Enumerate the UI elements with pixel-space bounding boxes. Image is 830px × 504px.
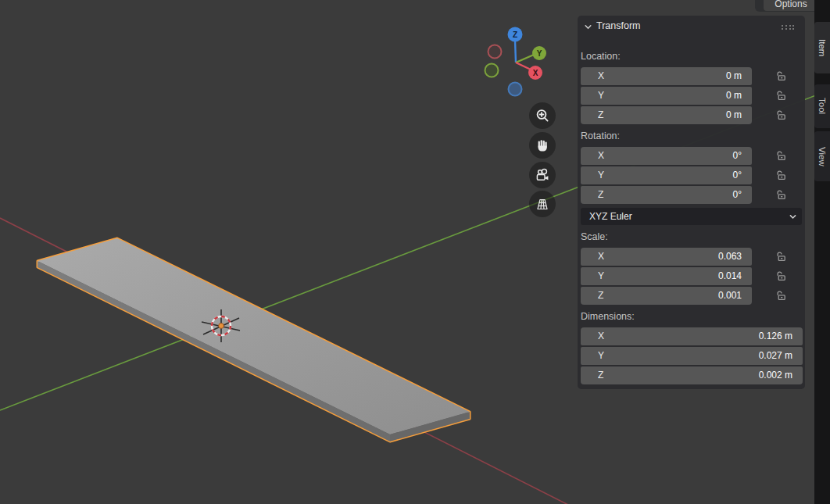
slab-top-face xyxy=(38,238,470,434)
transform-panel-header[interactable]: Transform xyxy=(578,16,805,36)
rotation-y-field[interactable]: Y 0° xyxy=(581,166,752,184)
sidebar-tab-item[interactable]: Item xyxy=(814,22,830,73)
gizmo-y-label: Y xyxy=(537,49,542,58)
scale-z-field[interactable]: Z 0.001 xyxy=(581,287,752,305)
gizmo-axis-x-positive[interactable]: X xyxy=(528,66,542,80)
rotation-z-field[interactable]: Z 0° xyxy=(581,186,752,204)
scale-y-field[interactable]: Y 0.014 xyxy=(581,267,752,285)
tab-label: Tool xyxy=(817,98,827,114)
gizmo-x-label: X xyxy=(533,69,538,77)
field-value: 0.126 m xyxy=(759,327,792,345)
location-section-label: Location: xyxy=(581,51,621,62)
magnifier-icon xyxy=(535,108,550,123)
field-value: 0 m xyxy=(726,87,742,105)
panel-expand-chevron-icon[interactable] xyxy=(584,23,592,31)
field-value: 0° xyxy=(733,186,742,204)
scale-z-lock-icon[interactable] xyxy=(774,287,788,305)
field-axis-label: Y xyxy=(598,267,604,285)
dimensions-x-field[interactable]: X 0.126 m xyxy=(581,327,803,345)
location-z-field[interactable]: Z 0 m xyxy=(581,106,752,124)
gizmo-z-label: Z xyxy=(513,30,517,39)
panel-title: Transform xyxy=(596,20,641,31)
rotation-x-field[interactable]: X 0° xyxy=(581,147,752,165)
gizmo-axis-z-negative[interactable] xyxy=(509,83,522,96)
location-x-field[interactable]: X 0 m xyxy=(581,67,752,85)
gizmo-axis-z-positive[interactable]: Z xyxy=(508,27,523,42)
field-axis-label: X xyxy=(598,327,604,345)
gizmo-axis-y-negative[interactable] xyxy=(485,64,499,77)
sidebar-tab-tool[interactable]: Tool xyxy=(814,84,830,128)
dropdown-chevron-down-icon xyxy=(789,213,797,221)
field-value: 0 m xyxy=(726,67,742,85)
sidebar-tab-strip: Item Tool View xyxy=(814,0,830,504)
options-button[interactable]: Options xyxy=(764,0,818,11)
rotation-mode-dropdown[interactable]: XYZ Euler xyxy=(581,208,802,225)
grid-perspective-icon xyxy=(535,196,550,212)
hand-icon xyxy=(535,138,550,153)
field-axis-label: Z xyxy=(598,106,603,124)
scale-section-label: Scale: xyxy=(581,231,608,242)
options-label: Options xyxy=(775,0,807,9)
field-value: 0.027 m xyxy=(759,347,792,365)
tab-label: Item xyxy=(817,39,827,56)
panel-drag-grip-icon[interactable] xyxy=(782,25,796,30)
field-axis-label: Z xyxy=(598,366,603,384)
field-value: 0 m xyxy=(726,106,742,124)
field-axis-label: X xyxy=(598,248,604,266)
field-axis-label: Z xyxy=(598,186,603,204)
field-axis-label: Y xyxy=(598,166,604,184)
field-axis-label: X xyxy=(598,67,604,85)
field-axis-label: Z xyxy=(598,287,603,305)
scale-x-lock-icon[interactable] xyxy=(774,248,788,266)
rotation-section-label: Rotation: xyxy=(581,130,620,141)
field-value: 0.063 xyxy=(718,248,742,266)
location-y-field[interactable]: Y 0 m xyxy=(581,87,752,105)
field-value: 0.002 m xyxy=(759,366,792,384)
location-z-lock-icon[interactable] xyxy=(774,106,788,124)
transform-panel: Transform Location: X 0 m Y 0 m Z 0 m Ro… xyxy=(578,16,805,389)
rotation-z-lock-icon[interactable] xyxy=(774,186,788,204)
field-value: 0° xyxy=(733,147,742,165)
field-axis-label: Y xyxy=(598,87,604,105)
dimensions-z-field[interactable]: Z 0.002 m xyxy=(581,366,803,384)
dimensions-section-label: Dimensions: xyxy=(581,311,635,322)
gizmo-axis-x-negative[interactable] xyxy=(488,45,502,59)
camera-view-button[interactable] xyxy=(529,162,556,188)
location-x-lock-icon[interactable] xyxy=(774,67,788,85)
field-value: 0.001 xyxy=(718,287,742,305)
rotation-y-lock-icon[interactable] xyxy=(774,166,788,184)
projection-toggle-button[interactable] xyxy=(529,191,556,217)
location-y-lock-icon[interactable] xyxy=(774,87,788,105)
gizmo-axis-y-positive[interactable]: Y xyxy=(532,46,546,60)
tab-label: View xyxy=(817,147,827,166)
field-value: 0.014 xyxy=(718,267,742,285)
rotation-x-lock-icon[interactable] xyxy=(774,147,788,165)
sidebar-tab-view[interactable]: View xyxy=(814,131,830,181)
rotation-mode-value: XYZ Euler xyxy=(589,208,632,225)
field-value: 0° xyxy=(733,166,742,184)
scale-x-field[interactable]: X 0.063 xyxy=(581,248,752,266)
field-axis-label: X xyxy=(598,147,604,165)
nav-gizmo[interactable]: Z Y X xyxy=(485,27,547,96)
dimensions-y-field[interactable]: Y 0.027 m xyxy=(581,347,803,365)
zoom-tool-button[interactable] xyxy=(529,102,556,129)
pan-tool-button[interactable] xyxy=(529,132,556,159)
scale-y-lock-icon[interactable] xyxy=(774,267,788,285)
selected-object-slab[interactable] xyxy=(38,238,470,441)
field-axis-label: Y xyxy=(598,347,604,365)
movie-camera-icon xyxy=(535,167,550,183)
